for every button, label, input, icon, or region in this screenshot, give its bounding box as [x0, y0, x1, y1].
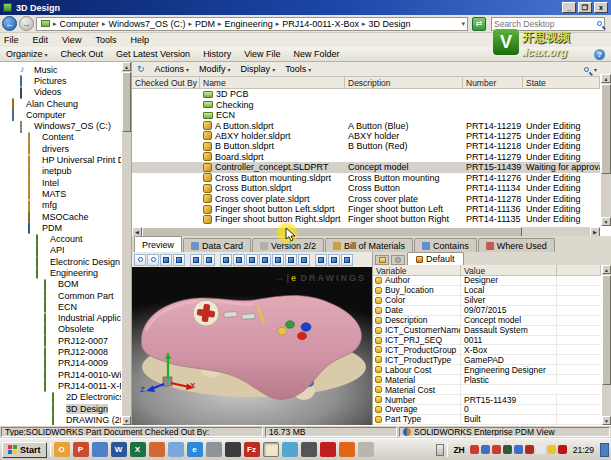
file-row[interactable]: ECN	[132, 110, 611, 120]
sidebar-item-3d-design[interactable]: 3D Design	[0, 403, 131, 414]
sidebar-item-videos[interactable]: Videos	[0, 87, 131, 98]
sidebar-item-electronic-design[interactable]: Electronic Design	[0, 256, 131, 267]
sidebar-item-pictures[interactable]: Pictures	[0, 75, 131, 86]
sidebar-item-computer[interactable]: Computer	[0, 109, 131, 120]
breadcrumb-item-computer[interactable]: Computer	[58, 19, 102, 29]
view-bottom-icon[interactable]	[285, 254, 297, 266]
shaded-icon[interactable]	[190, 254, 202, 266]
column-header-checked-out-by[interactable]: Checked Out By	[132, 77, 200, 89]
command-get-latest-version[interactable]: Get Latest Version	[116, 49, 190, 59]
rotate-icon[interactable]	[160, 254, 172, 266]
sidebar-item-music[interactable]: ♪Music	[0, 64, 131, 75]
sidebar-item-prj12-0007[interactable]: PRJ12-0007	[0, 335, 131, 346]
column-header-state[interactable]: State	[523, 77, 600, 89]
vault-menu-display[interactable]: Display▾	[241, 64, 276, 74]
breadcrumb-item-3d-design[interactable]: 3D Design	[367, 19, 413, 29]
command-view-file[interactable]: View File	[244, 49, 280, 59]
value-column-header[interactable]: Value	[461, 265, 557, 276]
tray-icon-5[interactable]	[514, 445, 523, 454]
back-button[interactable]: ←	[2, 16, 17, 31]
file-row[interactable]: Finger shoot button Left.sldprtFinger sh…	[132, 204, 611, 214]
command-new-folder[interactable]: New Folder	[294, 49, 340, 59]
taskbar-filezilla[interactable]: Fz	[244, 442, 260, 457]
file-row[interactable]: Cross Button mounting.sldprtCross Button…	[132, 173, 611, 183]
sidebar-item-account[interactable]: Account	[0, 233, 131, 244]
sidebar-item-drivers[interactable]: drivers	[0, 143, 131, 154]
menu-view[interactable]: View	[62, 35, 81, 45]
sidebar-item-prj12-0008[interactable]: PRJ12-0008	[0, 346, 131, 357]
taskbar-app-gray[interactable]	[358, 442, 374, 457]
sidebar-item-windows7-os-c-[interactable]: Windows7_OS (C:)	[0, 120, 131, 131]
variable-column-header[interactable]: Variable	[373, 265, 461, 276]
tree-scrollbar[interactable]: ▲ ▼	[121, 62, 131, 425]
command-organize[interactable]: Organize▾	[6, 49, 48, 59]
start-button[interactable]: Start	[2, 442, 47, 458]
breadcrumb-dropdown-icon[interactable]: ▾	[461, 20, 465, 28]
zoom-in-icon[interactable]	[134, 254, 146, 266]
file-row[interactable]: Cross Button.sldprtCross ButtonPRT14-111…	[132, 183, 611, 193]
tab-contains[interactable]: Contains	[414, 238, 477, 252]
taskbar-powerpoint[interactable]: P	[73, 442, 89, 457]
sidebar-item-pdm[interactable]: PDM	[0, 222, 131, 233]
restore-button[interactable]: ❐	[578, 2, 592, 13]
file-row[interactable]: Cross cover plate.sldprtCross cover plat…	[132, 193, 611, 203]
file-row[interactable]: A Button.sldprtA Button (Blue)PRT14-1121…	[132, 120, 611, 130]
measure-icon[interactable]	[341, 254, 353, 266]
card-icon[interactable]	[375, 255, 389, 265]
volume-icon[interactable]	[436, 444, 444, 456]
scroll-up-icon[interactable]: ▲	[602, 265, 611, 274]
file-row[interactable]: Checking	[132, 99, 611, 109]
sidebar-item-prj14-0010-wifi[interactable]: PRJ14-0010-WiFi	[0, 369, 131, 380]
tab-bill-of-materials[interactable]: Bill of Materials	[325, 238, 413, 252]
tray-icon-9[interactable]	[558, 445, 567, 454]
view-left-icon[interactable]	[246, 254, 258, 266]
sidebar-item-prj14-0009[interactable]: PRJ14-0009	[0, 358, 131, 369]
taskbar-app-orange-o[interactable]: O	[54, 442, 70, 457]
tray-icon-3[interactable]	[492, 445, 501, 454]
sidebar-item-engineering[interactable]: Engineering	[0, 267, 131, 278]
breadcrumb-item-pdm[interactable]: PDM	[193, 19, 217, 29]
command-check-out[interactable]: Check Out	[61, 49, 104, 59]
taskbar-firefox[interactable]	[339, 442, 355, 457]
taskbar-windows-explorer[interactable]	[263, 442, 279, 457]
view-iso-icon[interactable]	[298, 254, 310, 266]
vault-menu-modify[interactable]: Modify▾	[199, 64, 231, 74]
taskbar-ime-app[interactable]	[206, 442, 222, 457]
gear-icon[interactable]	[391, 255, 405, 265]
taskbar-internet-explorer[interactable]: e	[187, 442, 203, 457]
taskbar-acrobat[interactable]	[320, 442, 336, 457]
select-cursor-icon[interactable]	[328, 254, 340, 266]
sidebar-item-msocache[interactable]: MSOCache	[0, 211, 131, 222]
sidebar-item-content[interactable]: Content	[0, 132, 131, 143]
scroll-down-icon[interactable]: ▼	[122, 416, 131, 425]
taskbar-app-sphere[interactable]	[168, 442, 184, 457]
data-card-scrollbar[interactable]: ▲ ▼	[601, 265, 611, 425]
refresh-button[interactable]: ⇄	[472, 17, 486, 31]
vault-menu-actions[interactable]: Actions▾	[155, 64, 190, 74]
tab-default[interactable]: Default	[407, 252, 464, 265]
breadcrumb-item-prj14-0011-x-box[interactable]: PRJ14-0011-X-Box	[280, 19, 361, 29]
taskbar-word[interactable]: W	[111, 442, 127, 457]
menu-help[interactable]: Help	[130, 35, 149, 45]
taskbar-clock[interactable]: 21:29	[573, 445, 594, 455]
taskbar-app-teal[interactable]	[282, 442, 298, 457]
pan-icon[interactable]	[173, 254, 185, 266]
sidebar-item-2d-electronics-pcb[interactable]: 2D Electronics PCB	[0, 392, 131, 403]
taskbar-app-orange[interactable]	[149, 442, 165, 457]
sidebar-item-mats[interactable]: MATS	[0, 188, 131, 199]
sidebar-item-api[interactable]: API	[0, 245, 131, 256]
column-header-number[interactable]: Number	[463, 77, 523, 89]
sidebar-item-mfg[interactable]: mfg	[0, 200, 131, 211]
taskbar-app-blue[interactable]	[92, 442, 108, 457]
breadcrumb-item-engineering[interactable]: Engineering	[223, 19, 275, 29]
taskbar-app-dark[interactable]	[225, 442, 241, 457]
sidebar-item-industrial-application[interactable]: Industrial Application	[0, 313, 131, 324]
view-right-icon[interactable]	[259, 254, 271, 266]
tray-icon-7[interactable]	[536, 445, 545, 454]
scroll-up-icon[interactable]: ▲	[122, 62, 131, 71]
file-row[interactable]: Board.sldprtPRT14-11279Under Editing	[132, 152, 611, 162]
menu-tools[interactable]: Tools	[95, 35, 116, 45]
sidebar-item-drawing-2d-[interactable]: DRAWING (2D)	[0, 414, 131, 425]
file-row[interactable]: Controller_concept.SLDPRTConcept modelPR…	[132, 162, 611, 172]
taskbar-excel[interactable]: X	[130, 442, 146, 457]
